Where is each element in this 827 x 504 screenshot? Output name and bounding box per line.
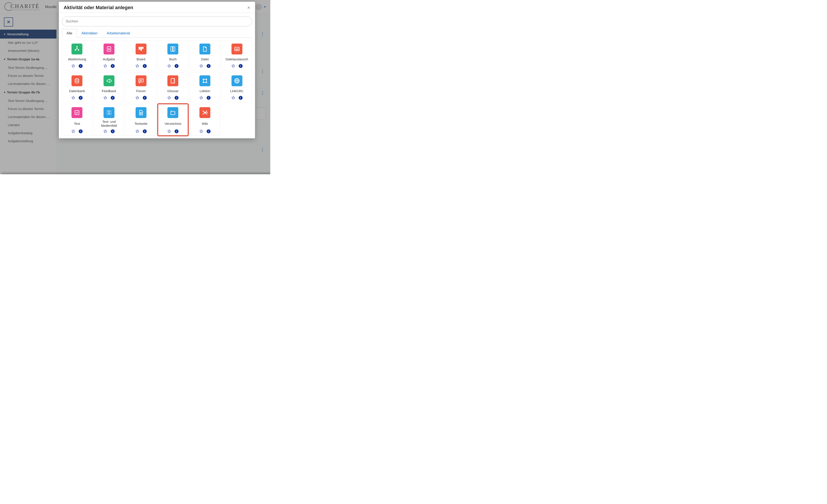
activity-card-buch[interactable]: Buchi <box>158 40 188 70</box>
activity-card-feedback[interactable]: Feedbacki <box>94 72 124 102</box>
star-icon[interactable] <box>135 64 139 68</box>
activity-card-label: Datei <box>201 57 209 61</box>
info-icon[interactable]: i <box>207 96 210 100</box>
activity-card-board[interactable]: Boardi <box>126 40 156 70</box>
tab-all[interactable]: Alle <box>62 29 77 38</box>
star-icon[interactable] <box>167 64 171 68</box>
activity-card-label: Wiki <box>202 122 208 126</box>
branch-icon <box>71 44 82 54</box>
card-actions: i <box>135 96 147 100</box>
database-icon <box>71 75 82 86</box>
star-icon[interactable] <box>71 129 75 133</box>
star-icon[interactable] <box>135 96 139 100</box>
wiki-icon <box>199 107 210 118</box>
star-icon[interactable] <box>231 64 235 68</box>
viewport: CHARITÉ UNIVERSITÄTSMEDIZIN BERLIN Moodl… <box>0 0 270 174</box>
activity-card-textfeld[interactable]: Text- und Medienfeldi <box>94 104 124 136</box>
search-input[interactable] <box>62 16 252 26</box>
card-actions: i <box>103 129 115 133</box>
activity-card-textseite[interactable]: Textseitei <box>126 104 156 136</box>
card-actions: i <box>167 129 179 133</box>
info-icon[interactable]: i <box>207 129 210 133</box>
search-wrap <box>59 16 255 26</box>
tabs: Alle Aktivitäten Arbeitsmaterial <box>59 26 255 38</box>
star-icon[interactable] <box>199 64 203 68</box>
activity-card-label: Feedback <box>102 89 116 93</box>
info-icon[interactable]: i <box>239 96 243 100</box>
book-icon <box>167 44 178 54</box>
activity-card-datei[interactable]: Dateii <box>190 40 220 70</box>
star-icon[interactable] <box>103 96 107 100</box>
activity-card-label: Abstimmung <box>68 57 86 61</box>
info-icon[interactable]: i <box>175 64 179 68</box>
modal-close-button[interactable]: × <box>247 5 250 10</box>
activity-card-label: Verzeichnis <box>164 122 181 126</box>
star-icon[interactable] <box>167 129 171 133</box>
activity-card-forum[interactable]: Forumi <box>126 72 156 102</box>
card-actions: i <box>135 129 147 133</box>
info-icon[interactable]: i <box>207 64 210 68</box>
activity-card-aufgabe[interactable]: Aufgabei <box>94 40 124 70</box>
globe-icon <box>232 75 242 86</box>
activity-card-label: Buch <box>169 57 177 61</box>
info-icon[interactable]: i <box>111 64 115 68</box>
card-actions: i <box>199 96 210 100</box>
card-actions: i <box>71 64 83 68</box>
activity-card-label: Text- und Medienfeld <box>95 120 123 128</box>
activity-card-wiki[interactable]: Wikii <box>190 104 220 136</box>
info-icon[interactable]: i <box>175 129 179 133</box>
star-icon[interactable] <box>199 96 203 100</box>
activity-card-datenbank[interactable]: Datenbanki <box>62 72 92 102</box>
info-icon[interactable]: i <box>143 129 147 133</box>
folder-icon <box>167 107 178 118</box>
card-actions: i <box>199 129 210 133</box>
card-actions: i <box>231 96 243 100</box>
star-icon[interactable] <box>71 96 75 100</box>
card-actions: i <box>199 64 210 68</box>
activity-card-label: Glossar <box>167 89 179 93</box>
activity-card-label: Aufgabe <box>103 57 115 61</box>
card-actions: i <box>167 64 179 68</box>
tab-activities[interactable]: Aktivitäten <box>77 29 102 38</box>
activity-card-verzeichnis[interactable]: Verzeichnisi <box>158 104 188 136</box>
card-actions: i <box>103 64 115 68</box>
activity-card-test[interactable]: Testi <box>62 104 92 136</box>
activity-card-label: Textseite <box>135 122 147 126</box>
activity-card-label: Dateiaustausch <box>226 57 248 61</box>
board-icon <box>136 44 146 54</box>
card-actions: i <box>167 96 179 100</box>
activity-card-label: Board <box>137 57 145 61</box>
modal-header: Aktivität oder Material anlegen × <box>59 2 255 13</box>
star-icon[interactable] <box>199 129 203 133</box>
info-icon[interactable]: i <box>79 64 83 68</box>
star-icon[interactable] <box>231 96 235 100</box>
info-icon[interactable]: i <box>111 96 115 100</box>
info-icon[interactable]: i <box>239 64 243 68</box>
textpage-icon <box>136 107 146 118</box>
info-icon[interactable]: i <box>79 129 83 133</box>
activity-card-label: Link/URL <box>230 89 244 93</box>
check-sq-icon <box>71 107 82 118</box>
modal-title: Aktivität oder Material anlegen <box>64 5 133 10</box>
star-icon[interactable] <box>167 96 171 100</box>
activity-card-lektion[interactable]: Lektioni <box>190 72 220 102</box>
activity-card-label: Lektion <box>200 89 210 93</box>
close-icon: × <box>247 5 250 10</box>
activity-card-link[interactable]: Link/URLi <box>222 72 252 102</box>
info-icon[interactable]: i <box>175 96 179 100</box>
tab-resources[interactable]: Arbeitsmaterial <box>102 29 135 38</box>
activity-card-glossar[interactable]: Glossari <box>158 72 188 102</box>
activity-card-abstimmung[interactable]: Abstimmungi <box>62 40 92 70</box>
card-actions: i <box>71 129 83 133</box>
info-icon[interactable]: i <box>143 96 147 100</box>
info-icon[interactable]: i <box>143 64 147 68</box>
star-icon[interactable] <box>103 129 107 133</box>
star-icon[interactable] <box>135 129 139 133</box>
info-icon[interactable]: i <box>111 129 115 133</box>
activity-card-label: Datenbank <box>69 89 85 93</box>
activity-card-dateiaustausch[interactable]: Dateiaustauschi <box>222 40 252 70</box>
star-icon[interactable] <box>103 64 107 68</box>
info-icon[interactable]: i <box>79 96 83 100</box>
activity-card-label: Forum <box>136 89 146 93</box>
star-icon[interactable] <box>71 64 75 68</box>
